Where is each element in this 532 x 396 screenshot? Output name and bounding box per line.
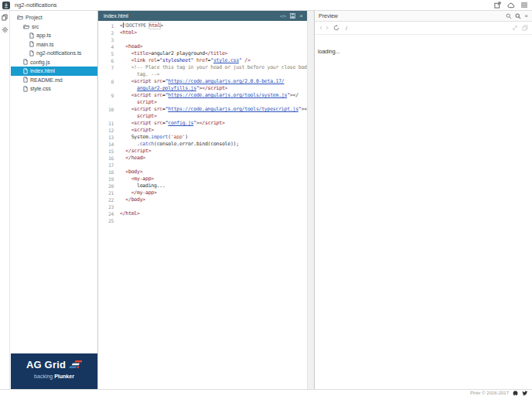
popout-copy-icon[interactable] xyxy=(522,25,528,31)
file-icon xyxy=(23,68,28,74)
project-title: ng2-notifications xyxy=(15,2,57,9)
code-row: 15 </script> xyxy=(98,148,307,155)
line-number: 10 xyxy=(98,106,120,113)
line-number: 19 xyxy=(98,176,120,183)
back-icon[interactable]: ‹ xyxy=(319,24,322,32)
tree-item-main-ts[interactable]: main.ts xyxy=(11,40,97,50)
file-name: README.md xyxy=(30,77,63,83)
tree-item-project[interactable]: Project xyxy=(11,13,97,22)
plunker-logo-icon[interactable] xyxy=(2,2,10,9)
code-row: 23 xyxy=(98,203,307,210)
file-name: ng2-notifications.ts xyxy=(36,50,81,56)
line-number: 3 xyxy=(98,36,120,43)
ag-grid-logo-icon xyxy=(69,360,82,370)
menu-icon[interactable] xyxy=(521,2,527,8)
line-number: 23 xyxy=(98,203,120,210)
code-row: script> xyxy=(98,113,307,120)
code-row: 20 loading... xyxy=(98,183,307,189)
code-editor[interactable]: 1<!DOCTYPE html>2<html>34 <head>5 <title… xyxy=(98,21,307,389)
line-number: 5 xyxy=(98,50,120,57)
copyright: Plnkr © 2016-2017 xyxy=(470,391,509,395)
line-number: 2 xyxy=(98,29,120,36)
code-row: angular2-polyfills.js"></script> xyxy=(98,85,307,92)
file-icon xyxy=(29,50,34,56)
tree-item-readme-md[interactable]: README.md xyxy=(11,76,97,85)
code-row: 16 </head> xyxy=(98,155,307,162)
copy-icon[interactable] xyxy=(2,14,8,21)
sponsor-name: AG Grid xyxy=(26,359,66,370)
preview-loading-text: loading... xyxy=(318,49,339,54)
file-name: Project xyxy=(26,15,43,20)
tree-item-style-css[interactable]: style.css xyxy=(11,84,97,94)
preview-toolbar: ‹ › / xyxy=(315,22,532,35)
refresh-icon[interactable] xyxy=(333,25,339,31)
open-external-icon[interactable] xyxy=(494,2,501,9)
line-number: 21 xyxy=(98,189,120,196)
file-name: config.js xyxy=(30,60,50,65)
line-number: 15 xyxy=(98,148,120,155)
folder-open-icon xyxy=(17,15,23,20)
line-number: 16 xyxy=(98,155,120,162)
code-row: 24</html> xyxy=(98,210,307,217)
code-view-icon[interactable]: </> xyxy=(280,14,287,19)
line-number: 7 xyxy=(98,64,120,71)
editor-pane: index.html </> × 1<!DOCTYPE html>2<html>… xyxy=(98,11,314,389)
code-row: 12 <script> xyxy=(98,127,307,134)
tree-item-ng2-notifications-ts[interactable]: ng2-notifications.ts xyxy=(11,49,97,58)
tree-item-src[interactable]: src xyxy=(11,22,97,32)
file-icon xyxy=(23,77,28,83)
line-number: 25 xyxy=(98,217,120,224)
plunker-app: ng2-notifications Projectsrcapp.tsmain.t… xyxy=(0,0,532,396)
file-name: app.ts xyxy=(36,32,51,38)
line-number: 12 xyxy=(98,127,120,134)
settings-gear-icon[interactable] xyxy=(2,26,9,33)
code-row: tag. --> xyxy=(98,71,307,78)
close-tab-icon[interactable]: × xyxy=(299,14,303,19)
cloud-export-icon[interactable] xyxy=(507,2,515,9)
save-icon[interactable] xyxy=(290,13,295,19)
github-icon[interactable] xyxy=(513,391,518,396)
left-toolbar xyxy=(0,11,10,389)
tab-index-html[interactable]: index.html xyxy=(98,13,128,19)
code-row: 4 <head> xyxy=(98,43,307,50)
close-preview-icon[interactable]: × xyxy=(524,13,528,19)
sponsor-tagline: backing Plunker xyxy=(11,374,97,379)
preview-title: Preview xyxy=(315,13,338,19)
line-number xyxy=(98,113,120,120)
twitter-icon[interactable] xyxy=(522,391,528,396)
code-row: 9 <script src="https://code.angularjs.or… xyxy=(98,92,307,99)
tree-item-config-js[interactable]: config.js xyxy=(11,58,97,67)
line-number xyxy=(98,85,120,92)
code-row: 19 <my-app> xyxy=(98,176,307,183)
zoom-in-icon[interactable] xyxy=(515,13,521,19)
line-number: 22 xyxy=(98,196,120,203)
code-row: 5 <title>angular2 playground</title> xyxy=(98,50,307,57)
tree-item-index-html[interactable]: index.html xyxy=(11,67,97,76)
forward-icon[interactable]: › xyxy=(326,24,329,32)
code-lines: 1<!DOCTYPE html>2<html>34 <head>5 <title… xyxy=(98,22,307,224)
code-row: 11 <script src="config.js"></script> xyxy=(98,120,307,127)
code-row: 14 .catch(console.error.bind(console)); xyxy=(98,141,307,148)
line-number: 24 xyxy=(98,210,120,217)
zoom-out-icon[interactable] xyxy=(506,13,512,19)
code-row: 13 System.import('app') xyxy=(98,134,307,141)
folder-open-icon xyxy=(23,24,29,29)
line-number: 13 xyxy=(98,134,120,141)
file-tree-panel: Projectsrcapp.tsmain.tsng2-notifications… xyxy=(11,11,98,389)
file-name: main.ts xyxy=(36,42,54,47)
line-number: 14 xyxy=(98,141,120,148)
footer: Plnkr © 2016-2017 xyxy=(0,389,532,396)
resize-icon[interactable] xyxy=(512,25,518,31)
line-number: 6 xyxy=(98,57,120,64)
code-row: 6 <link rel="stylesheet" href="style.css… xyxy=(98,57,307,64)
editor-scrollbar[interactable] xyxy=(307,11,314,389)
preview-pane: Preview × ‹ › / xyxy=(314,11,532,389)
line-number: 17 xyxy=(98,162,120,169)
preview-url[interactable]: / xyxy=(346,26,509,31)
code-row: 2<html> xyxy=(98,29,307,36)
file-name: index.html xyxy=(30,68,55,73)
file-icon xyxy=(23,86,28,92)
tree-item-app-ts[interactable]: app.ts xyxy=(11,31,97,40)
ag-grid-sponsor-banner[interactable]: AG Grid backing Plunker xyxy=(11,353,97,389)
code-row: 1<!DOCTYPE html> xyxy=(98,22,307,29)
